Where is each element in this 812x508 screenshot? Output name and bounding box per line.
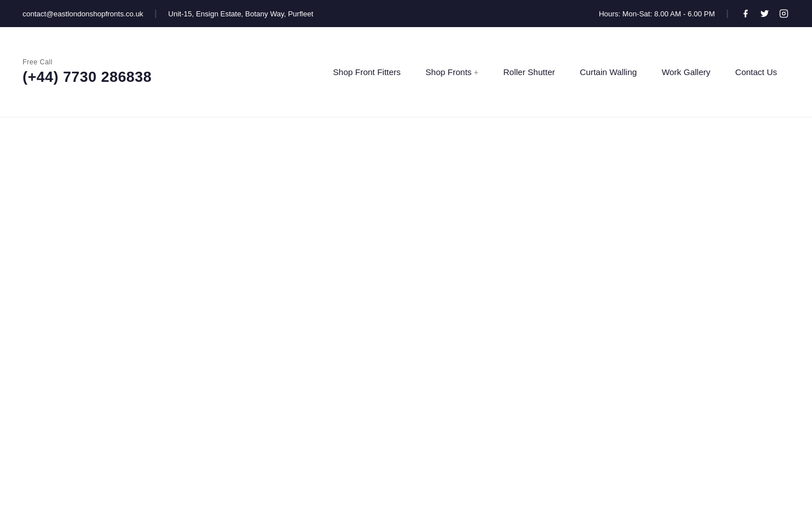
header: Free Call (+44) 7730 286838 Shop Front F…: [0, 27, 812, 117]
nav-roller-shutter[interactable]: Roller Shutter: [491, 62, 568, 82]
svg-point-1: [782, 12, 785, 15]
main-content: [0, 117, 812, 508]
top-bar-left: contact@eastlondonshopfronts.co.uk | Uni…: [23, 8, 314, 19]
social-icons: [740, 8, 789, 19]
nav-contact-us[interactable]: Contact Us: [723, 62, 789, 82]
nav-shop-front-fitters[interactable]: Shop Front Fitters: [321, 62, 413, 82]
divider-2: |: [726, 8, 729, 19]
logo-area: Free Call (+44) 7730 286838: [23, 58, 152, 86]
hours-text: Hours: Mon-Sat: 8.00 AM - 6.00 PM: [599, 10, 715, 18]
divider-1: |: [155, 8, 157, 19]
phone-number[interactable]: (+44) 7730 286838: [23, 68, 152, 86]
svg-point-2: [785, 11, 786, 12]
twitter-icon[interactable]: [759, 8, 770, 19]
main-nav: Shop Front Fitters Shop Fronts + Roller …: [321, 62, 789, 82]
address-text: Unit-15, Ensign Estate, Botany Way, Purf…: [168, 10, 313, 18]
shop-fronts-plus-icon: +: [474, 68, 478, 77]
nav-work-gallery[interactable]: Work Gallery: [649, 62, 722, 82]
svg-rect-0: [780, 10, 787, 17]
facebook-icon[interactable]: [740, 8, 751, 19]
top-bar: contact@eastlondonshopfronts.co.uk | Uni…: [0, 0, 812, 27]
nav-shop-fronts[interactable]: Shop Fronts +: [413, 62, 491, 82]
instagram-icon[interactable]: [778, 8, 789, 19]
top-bar-right: Hours: Mon-Sat: 8.00 AM - 6.00 PM |: [599, 8, 789, 19]
email-link[interactable]: contact@eastlondonshopfronts.co.uk: [23, 10, 143, 18]
free-call-label: Free Call: [23, 58, 152, 66]
nav-curtain-walling[interactable]: Curtain Walling: [567, 62, 649, 82]
